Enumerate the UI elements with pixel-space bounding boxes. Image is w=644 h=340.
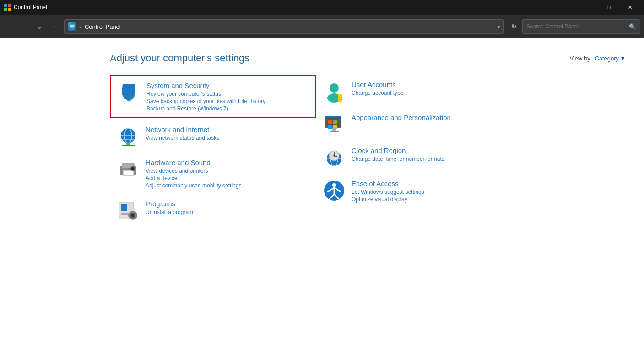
svg-rect-36: [328, 120, 332, 124]
clock-text: Clock and Region Change date, time, or n…: [352, 147, 514, 162]
svg-rect-6: [71, 28, 74, 29]
view-by-label: View by:: [569, 55, 592, 62]
access-text: Ease of Access Let Windows suggest setti…: [352, 180, 514, 203]
programs-item[interactable]: Programs Uninstall a program: [110, 194, 316, 227]
search-icon[interactable]: 🔍: [629, 23, 636, 30]
system-security-text: System and Security Review your computer…: [146, 82, 308, 112]
hardware-item[interactable]: Hardware and Sound View devices and prin…: [110, 153, 316, 194]
svg-rect-1: [8, 4, 11, 7]
down-button[interactable]: ⌄: [33, 20, 46, 33]
svg-rect-3: [8, 8, 11, 11]
maximize-button[interactable]: □: [598, 0, 619, 15]
programs-text: Programs Uninstall a program: [146, 200, 308, 215]
svg-rect-25: [128, 204, 132, 211]
address-text: › Control Panel: [79, 23, 495, 30]
titlebar-left: Control Panel: [4, 4, 47, 11]
address-icon: [68, 22, 76, 31]
user-accounts-title[interactable]: User Accounts: [352, 81, 514, 88]
svg-rect-0: [4, 4, 7, 7]
clock-link1[interactable]: Change date, time, or number formats: [352, 156, 514, 162]
svg-point-30: [131, 214, 134, 217]
right-column: ✓ User Accounts Change account type: [316, 75, 522, 227]
user-accounts-item[interactable]: ✓ User Accounts Change account type: [316, 75, 522, 108]
svg-rect-5: [70, 25, 74, 27]
appearance-title[interactable]: Appearance and Personalization: [352, 114, 514, 121]
hardware-text: Hardware and Sound View devices and prin…: [146, 159, 308, 189]
search-box[interactable]: 🔍: [522, 19, 640, 34]
system-security-item[interactable]: System and Security Review your computer…: [110, 75, 316, 118]
view-by-chevron-icon: ▼: [620, 55, 626, 62]
svg-rect-14: [122, 145, 135, 146]
page-header: Adjust your computer's settings View by:…: [110, 52, 644, 64]
app-icon: [4, 4, 11, 11]
address-dropdown-icon[interactable]: ▾: [498, 24, 500, 29]
svg-rect-27: [121, 214, 129, 215]
programs-link1[interactable]: Uninstall a program: [146, 209, 308, 215]
svg-rect-2: [4, 8, 7, 11]
svg-rect-21: [124, 171, 133, 175]
hardware-title[interactable]: Hardware and Sound: [146, 159, 308, 166]
view-by-dropdown[interactable]: Category ▼: [595, 55, 626, 62]
search-input[interactable]: [526, 23, 626, 30]
appearance-item[interactable]: Appearance and Personalization: [316, 108, 522, 141]
network-text: Network and Internet View network status…: [146, 126, 308, 141]
page-title: Adjust your computer's settings: [110, 52, 249, 64]
access-title[interactable]: Ease of Access: [352, 180, 514, 187]
address-chevron: ›: [79, 23, 81, 30]
minimize-button[interactable]: —: [577, 0, 598, 15]
categories-grid: System and Security Review your computer…: [110, 75, 522, 227]
hardware-link1[interactable]: View devices and printers: [146, 168, 308, 174]
window-title: Control Panel: [14, 4, 47, 11]
network-item[interactable]: Network and Internet View network status…: [110, 120, 316, 153]
clock-icon: [323, 147, 345, 169]
titlebar: Control Panel — □ ✕: [0, 0, 644, 15]
svg-rect-13: [126, 143, 130, 145]
clock-item[interactable]: Clock and Region Change date, time, or n…: [316, 141, 522, 174]
svg-rect-39: [333, 125, 337, 129]
access-item[interactable]: Ease of Access Let Windows suggest setti…: [316, 174, 522, 208]
user-accounts-text: User Accounts Change account type: [352, 81, 514, 96]
appearance-text: Appearance and Personalization: [352, 114, 514, 123]
svg-point-20: [132, 168, 134, 170]
network-link1[interactable]: View network status and tasks: [146, 135, 308, 141]
clock-title[interactable]: Clock and Region: [352, 147, 514, 154]
system-security-link2[interactable]: Save backup copies of your files with Fi…: [146, 98, 308, 104]
svg-rect-37: [333, 120, 337, 124]
address-value: Control Panel: [85, 23, 121, 30]
system-security-link3[interactable]: Backup and Restore (Windows 7): [146, 105, 308, 112]
system-security-icon: [118, 82, 140, 104]
programs-title[interactable]: Programs: [146, 200, 308, 208]
svg-rect-38: [328, 125, 332, 129]
svg-point-50: [332, 183, 336, 187]
system-security-link1[interactable]: Review your computer's status: [146, 91, 308, 97]
refresh-button[interactable]: ↻: [508, 20, 520, 33]
programs-icon: [117, 200, 139, 222]
appearance-icon: [323, 114, 345, 136]
forward-button[interactable]: →: [18, 20, 31, 33]
address-bar[interactable]: › Control Panel ▾: [64, 19, 504, 34]
back-button[interactable]: ←: [4, 20, 16, 33]
close-button[interactable]: ✕: [619, 0, 640, 15]
system-security-title[interactable]: System and Security: [146, 82, 308, 89]
user-accounts-icon: ✓: [323, 81, 345, 103]
hardware-icon: [117, 159, 139, 181]
svg-rect-41: [330, 131, 339, 132]
hardware-link2[interactable]: Add a device: [146, 175, 308, 181]
access-link1[interactable]: Let Windows suggest settings: [352, 189, 514, 195]
addressbar: ← → ⌄ ↑ › Control Panel ▾ ↻ 🔍: [0, 15, 644, 38]
access-icon: [323, 180, 345, 202]
left-column: System and Security Review your computer…: [110, 75, 316, 227]
user-accounts-link1[interactable]: Change account type: [352, 90, 514, 96]
hardware-link3[interactable]: Adjust commonly used mobility settings: [146, 182, 308, 189]
main-content: Adjust your computer's settings View by:…: [0, 38, 644, 340]
view-by-value-text: Category: [595, 55, 619, 62]
titlebar-controls: — □ ✕: [577, 0, 640, 15]
view-by-container: View by: Category ▼: [569, 55, 626, 62]
network-title[interactable]: Network and Internet: [146, 126, 308, 133]
svg-rect-24: [121, 204, 127, 211]
up-button[interactable]: ↑: [48, 20, 60, 33]
access-link2[interactable]: Optimize visual display: [352, 196, 514, 203]
svg-point-31: [330, 83, 339, 93]
network-icon: [117, 126, 139, 148]
svg-rect-7: [70, 29, 75, 30]
